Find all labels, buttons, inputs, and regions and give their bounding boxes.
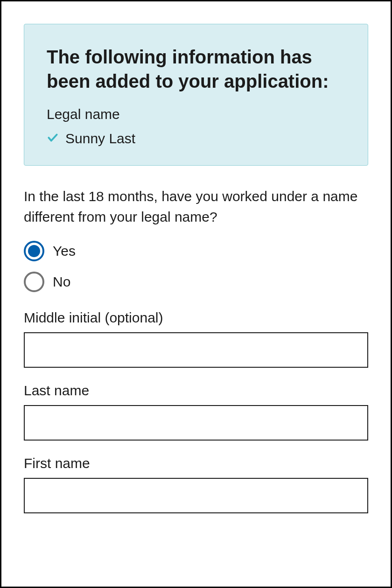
last-name-label: Last name bbox=[24, 383, 368, 399]
radio-option-yes[interactable]: Yes bbox=[24, 241, 368, 261]
field-first-name: First name bbox=[24, 455, 368, 513]
middle-initial-label: Middle initial (optional) bbox=[24, 310, 368, 326]
notice-title: The following information has been added… bbox=[47, 45, 345, 93]
last-name-input[interactable] bbox=[24, 405, 368, 441]
radio-circle-yes[interactable] bbox=[24, 241, 44, 261]
radio-group: Yes No bbox=[24, 241, 368, 292]
notice-box: The following information has been added… bbox=[24, 24, 368, 166]
notice-item: Sunny Last bbox=[47, 131, 345, 147]
field-last-name: Last name bbox=[24, 383, 368, 441]
check-icon bbox=[47, 132, 59, 146]
radio-label-yes: Yes bbox=[53, 243, 76, 259]
first-name-input[interactable] bbox=[24, 478, 368, 513]
radio-option-no[interactable]: No bbox=[24, 272, 368, 292]
notice-value: Sunny Last bbox=[65, 131, 135, 147]
radio-circle-no[interactable] bbox=[24, 272, 44, 292]
field-middle-initial: Middle initial (optional) bbox=[24, 310, 368, 368]
first-name-label: First name bbox=[24, 455, 368, 471]
radio-label-no: No bbox=[53, 274, 70, 290]
question-text: In the last 18 months, have you worked u… bbox=[24, 186, 368, 227]
middle-initial-input[interactable] bbox=[24, 332, 368, 368]
notice-label: Legal name bbox=[47, 106, 345, 122]
form-container: The following information has been added… bbox=[0, 0, 392, 588]
